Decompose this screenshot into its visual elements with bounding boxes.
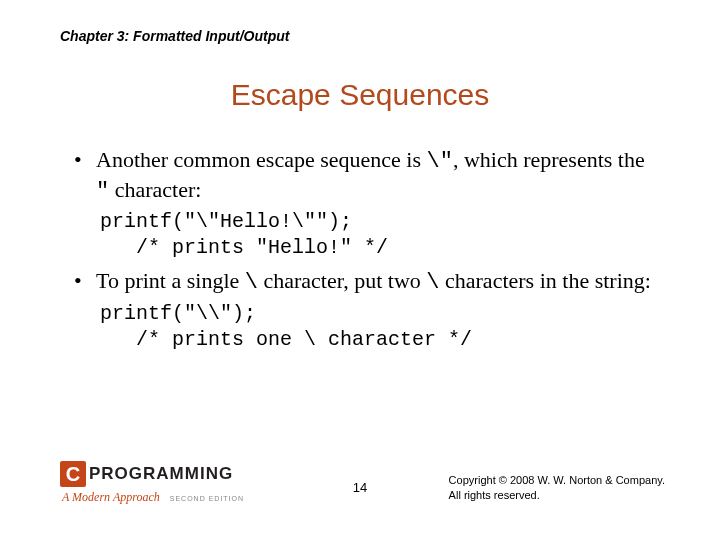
slide-title: Escape Sequences <box>0 78 720 112</box>
footer: C PROGRAMMING A Modern Approach SECOND E… <box>0 455 720 515</box>
page-number: 14 <box>353 480 367 495</box>
inline-code: \ <box>245 270 258 295</box>
inline-code: " <box>96 179 109 204</box>
bullet-text: Another common escape sequence is <box>96 147 427 172</box>
copyright-line: All rights reserved. <box>449 488 665 502</box>
chapter-label: Chapter 3: Formatted Input/Output <box>60 28 289 44</box>
logo-subtitle: A Modern Approach <box>62 490 160 504</box>
inline-code: \ <box>426 270 439 295</box>
logo-edition: SECOND EDITION <box>170 495 244 502</box>
bullet-text: character, put two <box>258 268 426 293</box>
copyright-line: Copyright © 2008 W. W. Norton & Company. <box>449 473 665 487</box>
bullet-text: character: <box>109 177 201 202</box>
book-logo: C PROGRAMMING A Modern Approach SECOND E… <box>60 461 280 505</box>
bullet-item: To print a single \ character, put two \… <box>70 267 660 297</box>
inline-code: \" <box>427 149 453 174</box>
bullet-text: To print a single <box>96 268 245 293</box>
logo-top-row: C PROGRAMMING <box>60 461 280 487</box>
bullet-item: Another common escape sequence is \", wh… <box>70 146 660 205</box>
logo-sub-row: A Modern Approach SECOND EDITION <box>60 487 280 505</box>
bullet-text: characters in the string: <box>440 268 651 293</box>
slide-body: Another common escape sequence is \", wh… <box>70 140 660 359</box>
logo-word: PROGRAMMING <box>89 464 233 484</box>
code-block: printf("\\"); /* prints one \ character … <box>100 301 660 353</box>
code-block: printf("\"Hello!\""); /* prints "Hello!"… <box>100 209 660 261</box>
copyright: Copyright © 2008 W. W. Norton & Company.… <box>449 473 665 502</box>
logo-c-icon: C <box>60 461 86 487</box>
bullet-text: , which represents the <box>453 147 645 172</box>
slide: Chapter 3: Formatted Input/Output Escape… <box>0 0 720 540</box>
